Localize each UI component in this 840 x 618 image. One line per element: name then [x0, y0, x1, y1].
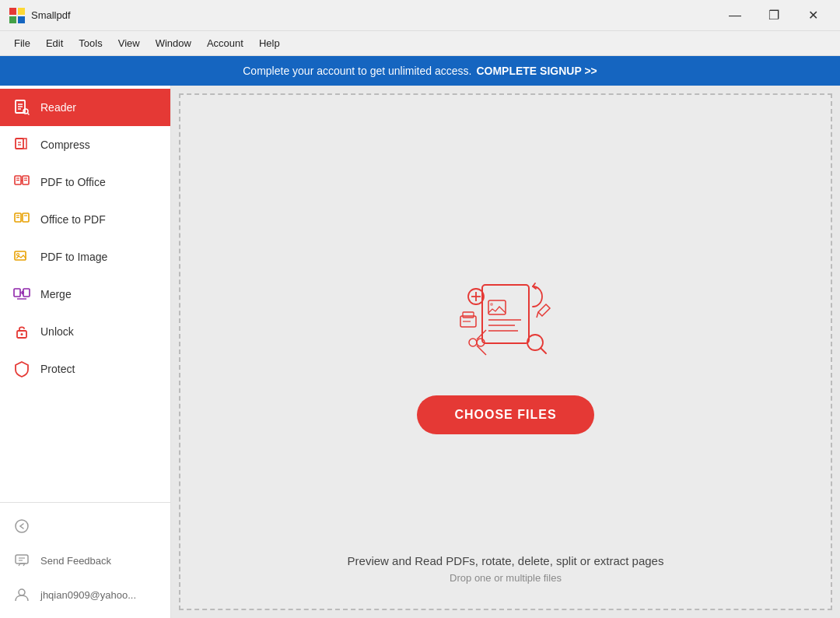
svg-point-31: [21, 333, 23, 335]
user-account-button[interactable]: jhqian0909@yahoo...: [0, 578, 170, 612]
menu-file[interactable]: File: [6, 34, 38, 52]
feedback-label: Send Feedback: [40, 555, 111, 567]
sidebar-item-protect[interactable]: Protect: [0, 350, 170, 388]
unlock-icon: [12, 322, 31, 341]
svg-point-8: [23, 109, 28, 114]
app-logo-icon: [9, 8, 25, 23]
drop-hint-sub-text: Drop one or multiple files: [348, 572, 664, 584]
menu-bar: File Edit Tools View Window Account Help: [0, 31, 840, 56]
drop-zone[interactable]: CHOOSE FILES Preview and Read PDFs, rota…: [179, 93, 832, 610]
drop-hint: Preview and Read PDFs, rotate, delete, s…: [348, 554, 664, 584]
sidebar-compress-label: Compress: [40, 139, 90, 151]
user-icon: [12, 585, 31, 604]
sidebar-item-reader[interactable]: Reader: [0, 89, 170, 126]
menu-window[interactable]: Window: [148, 34, 199, 52]
svg-rect-33: [16, 555, 28, 564]
svg-point-39: [490, 303, 493, 306]
svg-point-32: [16, 520, 28, 532]
menu-view[interactable]: View: [110, 34, 148, 52]
svg-rect-2: [9, 16, 16, 23]
pdf-illustration: [443, 269, 568, 370]
banner-cta[interactable]: COMPLETE SIGNUP >>: [476, 65, 597, 77]
sidebar-pdf-to-office-label: PDF to Office: [40, 176, 106, 188]
menu-edit[interactable]: Edit: [38, 34, 71, 52]
user-email-label: jhqian0909@yahoo...: [40, 589, 136, 601]
send-feedback-button[interactable]: Send Feedback: [0, 543, 170, 578]
close-button[interactable]: ✕: [795, 3, 831, 28]
svg-line-55: [541, 348, 546, 353]
drop-hint-main-text: Preview and Read PDFs, rotate, delete, s…: [348, 554, 664, 567]
menu-account[interactable]: Account: [199, 34, 251, 52]
sidebar-item-office-to-pdf[interactable]: Office to PDF: [0, 201, 170, 238]
banner-text: Complete your account to get unlimited a…: [243, 65, 471, 77]
protect-icon: [12, 360, 31, 378]
reader-icon: [12, 98, 31, 117]
signup-banner[interactable]: Complete your account to get unlimited a…: [0, 56, 840, 86]
sidebar-office-to-pdf-label: Office to PDF: [40, 213, 106, 226]
main-layout: Reader Compress: [0, 86, 840, 618]
title-bar: Smallpdf — ❐ ✕: [0, 0, 840, 31]
svg-rect-26: [14, 289, 20, 297]
title-bar-left: Smallpdf: [9, 8, 71, 23]
title-bar-controls: — ❐ ✕: [717, 3, 831, 28]
content-area: CHOOSE FILES Preview and Read PDFs, rota…: [171, 86, 840, 618]
pdf-to-office-icon: [12, 173, 31, 191]
app-title: Smallpdf: [31, 9, 71, 21]
merge-icon: [12, 285, 31, 304]
svg-rect-0: [9, 8, 16, 15]
sidebar-collapse-button[interactable]: [0, 509, 170, 543]
svg-rect-3: [18, 16, 25, 23]
sidebar-pdf-to-image-label: PDF to Image: [40, 251, 107, 263]
sidebar-item-compress[interactable]: Compress: [0, 126, 170, 163]
svg-rect-20: [23, 213, 29, 222]
svg-line-49: [537, 312, 538, 318]
sidebar: Reader Compress: [0, 86, 171, 618]
compress-icon: [12, 135, 31, 154]
menu-help[interactable]: Help: [251, 34, 288, 52]
sidebar-bottom: Send Feedback jhqian0909@yahoo...: [0, 502, 170, 618]
svg-rect-38: [488, 300, 506, 314]
minimize-button[interactable]: —: [717, 3, 753, 28]
sidebar-unlock-label: Unlock: [40, 325, 74, 338]
office-to-pdf-icon: [12, 210, 31, 229]
menu-tools[interactable]: Tools: [71, 34, 110, 52]
collapse-icon: [12, 517, 31, 535]
sidebar-merge-label: Merge: [40, 288, 72, 300]
svg-rect-1: [18, 8, 25, 15]
svg-rect-27: [23, 289, 30, 297]
sidebar-protect-label: Protect: [40, 363, 75, 375]
choose-files-button[interactable]: CHOOSE FILES: [417, 395, 593, 434]
feedback-icon: [12, 551, 31, 570]
svg-point-25: [17, 254, 19, 256]
sidebar-item-pdf-to-image[interactable]: PDF to Image: [0, 238, 170, 276]
sidebar-item-merge[interactable]: Merge: [0, 276, 170, 313]
maximize-button[interactable]: ❐: [756, 3, 792, 28]
pdf-to-image-icon: [12, 248, 31, 266]
sidebar-item-pdf-to-office[interactable]: PDF to Office: [0, 163, 170, 201]
sidebar-reader-label: Reader: [40, 101, 76, 114]
svg-point-36: [19, 589, 25, 595]
svg-line-53: [477, 346, 486, 355]
svg-point-50: [469, 339, 477, 346]
svg-rect-10: [16, 139, 23, 149]
svg-line-9: [28, 114, 30, 115]
sidebar-item-unlock[interactable]: Unlock: [0, 313, 170, 350]
svg-rect-47: [463, 312, 474, 318]
